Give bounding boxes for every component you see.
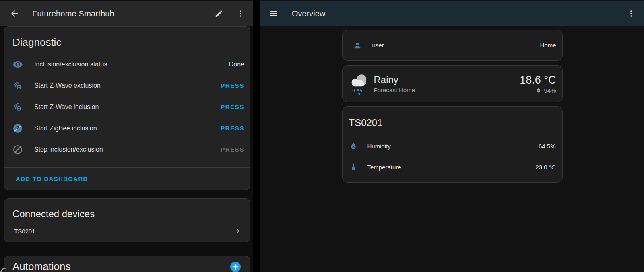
- automations-title: Automations: [4, 256, 250, 272]
- add-to-dashboard-button[interactable]: ADD TO DASHBOARD: [16, 175, 88, 182]
- overflow-menu-button[interactable]: [235, 8, 246, 19]
- z-wave-icon: Z: [12, 102, 23, 112]
- weather-humidity-value: 94%: [544, 87, 556, 94]
- diagnostic-card-footer: ADD TO DASHBOARD: [4, 168, 250, 190]
- row-start-zigbee-inclusion[interactable]: Z Start ZigBee inclusion PRESS: [4, 117, 250, 139]
- diagnostic-rows: Inclusion/exclusion status Done Z Start …: [4, 54, 250, 160]
- dashboard-title: Overview: [292, 9, 325, 19]
- right-app-bar: Overview: [260, 1, 644, 26]
- pencil-icon: [215, 9, 223, 18]
- ts0201-rows: Humidity 64.5% Temperature 23.0 °C: [343, 136, 562, 177]
- weather-readings: 18.6 °C 94%: [520, 74, 556, 94]
- user-entity-card[interactable]: user Home: [342, 30, 563, 61]
- plus-circle-icon: [230, 261, 241, 272]
- row-label: Stop inclusion/exclusion: [34, 146, 103, 153]
- entity-state: Home: [540, 42, 556, 49]
- back-button[interactable]: [9, 8, 20, 19]
- weather-card[interactable]: Rainy Forecast Home 18.6 °C 94%: [342, 65, 563, 102]
- weather-rainy-icon: [345, 70, 372, 97]
- row-label: Inclusion/exclusion status: [34, 61, 107, 68]
- row-label: Temperature: [367, 164, 401, 171]
- row-value: 64.5%: [539, 143, 556, 150]
- svg-text:Z: Z: [18, 106, 20, 110]
- row-start-zwave-exclusion[interactable]: Z Start Z-Wave exclusion PRESS: [4, 75, 250, 96]
- zigbee-icon: Z: [12, 123, 23, 134]
- row-start-zwave-inclusion[interactable]: Z Start Z-Wave inclusion PRESS: [4, 96, 250, 117]
- arrow-left-icon: [10, 9, 19, 19]
- row-label: Start Z-Wave exclusion: [34, 82, 101, 89]
- row-state: Done: [229, 61, 244, 68]
- hamburger-icon: [268, 9, 278, 19]
- water-percent-icon: [349, 142, 358, 150]
- row-label: Humidity: [367, 143, 391, 150]
- press-button[interactable]: PRESS: [221, 82, 244, 89]
- row-label: Start Z-Wave inclusion: [34, 103, 99, 111]
- thermometer-icon: [349, 163, 358, 171]
- z-wave-icon: Z: [12, 80, 23, 91]
- row-humidity[interactable]: Humidity 64.5%: [343, 136, 562, 157]
- entity-name: user: [372, 42, 384, 49]
- page-title: Futurehome Smarthub: [32, 9, 114, 19]
- device-detail-window: Futurehome Smarthub Diagnostic Inclusio: [0, 0, 253, 272]
- eye-icon: [12, 59, 23, 70]
- press-button[interactable]: PRESS: [221, 103, 244, 110]
- left-app-bar: Futurehome Smarthub: [0, 1, 253, 26]
- automations-card: Automations: [4, 256, 250, 272]
- ts0201-card: TS0201 Humidity 64.5% Temperature: [342, 106, 563, 183]
- diagnostic-card: Diagnostic Inclusion/exclusion status Do…: [4, 26, 250, 190]
- overflow-menu-button[interactable]: [625, 8, 637, 19]
- edit-button[interactable]: [213, 8, 225, 19]
- menu-button[interactable]: [268, 8, 279, 19]
- connected-devices-title: Connected devices: [4, 199, 250, 220]
- row-label: Start ZigBee inclusion: [34, 125, 97, 132]
- weather-humidity: 94%: [520, 87, 556, 94]
- cancel-icon: [12, 144, 23, 155]
- connected-device-row-ts0201[interactable]: TS0201: [4, 226, 250, 236]
- weather-temperature: 18.6 °C: [520, 74, 556, 86]
- device-name: TS0201: [14, 228, 35, 235]
- account-icon: [353, 41, 362, 50]
- screen: Futurehome Smarthub Diagnostic Inclusio: [0, 0, 644, 272]
- diagnostic-card-title: Diagnostic: [4, 27, 250, 49]
- chevron-right-icon: [233, 226, 243, 236]
- kebab-menu-icon: [236, 9, 245, 18]
- row-temperature[interactable]: Temperature 23.0 °C: [343, 157, 562, 177]
- ts0201-card-title: TS0201: [343, 107, 562, 128]
- svg-text:Z: Z: [16, 125, 20, 131]
- water-percent-icon: [535, 87, 542, 93]
- left-scroll-area: Diagnostic Inclusion/exclusion status Do…: [4, 26, 250, 272]
- row-value: 23.0 °C: [535, 164, 555, 171]
- row-stop-inclusion-exclusion[interactable]: Stop inclusion/exclusion PRESS: [4, 139, 250, 160]
- weather-condition: Rainy: [374, 74, 415, 86]
- weather-summary: Rainy Forecast Home: [374, 74, 415, 93]
- press-button-disabled: PRESS: [221, 146, 244, 153]
- add-automation-button[interactable]: [230, 261, 241, 272]
- connected-devices-card: Connected devices TS0201: [4, 198, 250, 242]
- row-inclusion-exclusion-status[interactable]: Inclusion/exclusion status Done: [4, 54, 250, 75]
- overview-window: Overview user Home: [260, 0, 644, 272]
- weather-entity-name: Forecast Home: [374, 87, 415, 93]
- kebab-menu-icon: [627, 9, 636, 18]
- svg-text:Z: Z: [18, 85, 20, 89]
- press-button[interactable]: PRESS: [221, 125, 244, 132]
- dashboard-view: user Home: [260, 26, 644, 183]
